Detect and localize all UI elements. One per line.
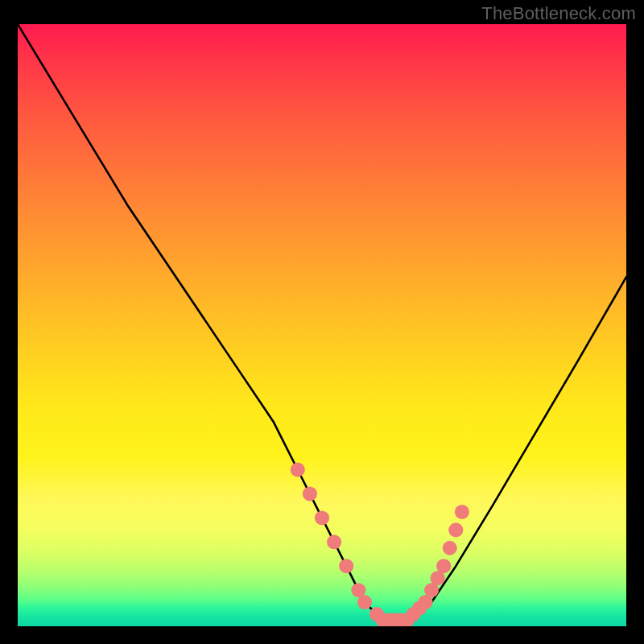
watermark-label: TheBottleneck.com [481, 3, 636, 24]
highlight-dot [327, 535, 341, 549]
highlight-dot [448, 522, 463, 537]
chart-stage: TheBottleneck.com [0, 0, 644, 644]
highlight-dot [315, 510, 329, 525]
highlight-dot [303, 486, 317, 501]
highlight-dot [291, 463, 305, 477]
highlight-dot [436, 559, 451, 573]
highlight-dot [339, 559, 353, 573]
highlight-dot [443, 541, 457, 555]
curve-layer [18, 24, 626, 626]
plot-area [18, 24, 626, 626]
highlight-dot [455, 505, 469, 519]
highlight-dot [357, 595, 372, 609]
bottleneck-curve [18, 24, 626, 621]
highlight-dots [291, 463, 469, 626]
